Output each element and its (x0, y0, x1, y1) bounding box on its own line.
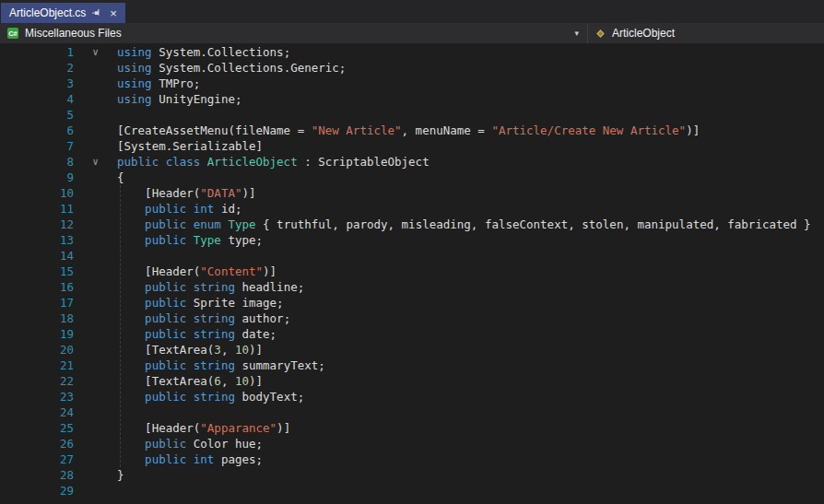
code-line[interactable]: 3using TMPro; (0, 76, 824, 91)
code-token: Type (186, 233, 221, 247)
code-line[interactable]: 23 public string bodyText; (0, 389, 824, 404)
code-token: "New Article" (312, 123, 402, 137)
code-line[interactable]: 24 (0, 404, 824, 420)
fold-margin (74, 264, 117, 279)
navigation-bar: C# Miscellaneous Files ▾ ArticleObject (0, 23, 824, 43)
code-editor[interactable]: 1∨using System.Collections;2using System… (0, 43, 824, 504)
code-text: public string bodyText; (117, 389, 824, 404)
code-line[interactable]: 27 public int pages; (0, 451, 824, 467)
code-token (117, 358, 145, 372)
code-line[interactable]: 5 (0, 107, 824, 123)
code-token: public (145, 296, 186, 310)
code-line[interactable]: 20 [TextArea(3, 10)] (0, 342, 824, 357)
code-token: using (117, 76, 152, 90)
code-text: using System.Collections; (117, 44, 824, 60)
code-token (117, 202, 145, 216)
code-token: bodyText; (235, 390, 304, 404)
code-token: public string (145, 280, 235, 294)
code-token: using (117, 92, 152, 106)
code-token: public string (145, 390, 235, 404)
code-token: } (117, 468, 124, 482)
fold-margin (74, 311, 117, 326)
code-token: 10 (235, 374, 249, 388)
close-icon[interactable]: × (109, 7, 118, 19)
type-dropdown[interactable]: ArticleObject (587, 23, 824, 43)
code-token: )] (249, 374, 263, 388)
fold-margin (74, 248, 117, 264)
line-number: 4 (0, 91, 74, 107)
code-line[interactable]: 18 public string author; (0, 311, 824, 326)
code-line[interactable]: 1∨using System.Collections; (0, 44, 824, 60)
code-line[interactable]: 28} (0, 467, 824, 483)
code-text: public string summaryText; (117, 357, 824, 373)
code-token: : ScriptableObject (298, 155, 430, 169)
code-line[interactable]: 8∨public class ArticleObject : Scriptabl… (0, 154, 824, 170)
fold-chevron-icon[interactable]: ∨ (74, 154, 117, 170)
code-line[interactable]: 12 public enum Type { truthful, parody, … (0, 217, 824, 232)
fold-margin (74, 170, 117, 185)
code-line[interactable]: 21 public string summaryText; (0, 357, 824, 373)
code-text: [TextArea(6, 10)] (117, 373, 824, 389)
fold-margin (74, 279, 117, 295)
chevron-down-icon[interactable]: ▾ (574, 29, 581, 38)
code-line[interactable]: 6[CreateAssetMenu(fileName = "New Articl… (0, 123, 824, 138)
code-line[interactable]: 11 public int id; (0, 201, 824, 217)
fold-margin (74, 201, 117, 217)
code-line[interactable]: 15 [Header("Content")] (0, 264, 824, 279)
code-token (117, 311, 145, 325)
code-token: pages; (214, 452, 263, 466)
fold-margin (74, 420, 117, 436)
code-line[interactable]: 17 public Sprite image; (0, 295, 824, 311)
line-number: 24 (0, 404, 74, 420)
line-number: 13 (0, 232, 74, 248)
code-line[interactable]: 13 public Type type; (0, 232, 824, 248)
code-line[interactable]: 19 public string date; (0, 326, 824, 342)
line-number: 2 (0, 60, 74, 76)
code-line[interactable]: 7[System.Serializable] (0, 138, 824, 154)
code-token: { (117, 170, 124, 184)
code-line[interactable]: 22 [TextArea(6, 10)] (0, 373, 824, 389)
code-token: , (221, 343, 235, 357)
code-text: using UnityEngine; (117, 91, 824, 107)
line-number: 6 (0, 123, 74, 138)
code-line[interactable]: 26 public Color hue; (0, 436, 824, 451)
code-line[interactable]: 14 (0, 248, 824, 264)
code-text: } (117, 467, 824, 483)
code-token: [System.Serializable] (117, 139, 263, 153)
code-text: [CreateAssetMenu(fileName = "New Article… (117, 123, 824, 138)
fold-margin (74, 123, 117, 138)
code-text: [Header("DATA")] (117, 185, 824, 201)
line-number: 7 (0, 138, 74, 154)
code-token: , (221, 374, 235, 388)
code-line[interactable]: 25 [Header("Apparance")] (0, 420, 824, 436)
line-number: 16 (0, 279, 74, 295)
code-token: [TextArea( (117, 374, 214, 388)
code-text (117, 107, 824, 123)
code-line[interactable]: 29 (0, 483, 824, 498)
code-line[interactable]: 16 public string headline; (0, 279, 824, 295)
code-token: UnityEngine; (152, 92, 242, 106)
project-dropdown-label: Miscellaneous Files (25, 27, 122, 40)
code-text: [System.Serializable] (117, 138, 824, 154)
code-line[interactable]: 4using UnityEngine; (0, 91, 824, 107)
code-line[interactable]: 10 [Header("DATA")] (0, 185, 824, 201)
code-text: { (117, 170, 824, 185)
project-dropdown[interactable]: C# Miscellaneous Files ▾ (0, 23, 587, 43)
code-token: [Header( (117, 186, 200, 200)
code-line[interactable]: 2using System.Collections.Generic; (0, 60, 824, 76)
vs-editor-window: ArticleObject.cs × C# Miscellaneous File… (0, 0, 824, 504)
tab-articleobject[interactable]: ArticleObject.cs × (1, 3, 125, 23)
tab-label: ArticleObject.cs (9, 6, 86, 19)
fold-chevron-icon[interactable]: ∨ (74, 44, 117, 60)
code-token: , menuName = (402, 123, 492, 137)
code-text (117, 404, 824, 420)
pin-icon[interactable] (92, 8, 102, 18)
code-token: summaryText; (235, 358, 325, 372)
code-token: using (117, 45, 152, 59)
fold-margin (74, 76, 117, 91)
svg-text:C#: C# (8, 29, 18, 38)
line-number: 3 (0, 76, 74, 91)
fold-margin (74, 342, 117, 357)
code-token: id; (214, 202, 241, 216)
code-line[interactable]: 9{ (0, 170, 824, 185)
